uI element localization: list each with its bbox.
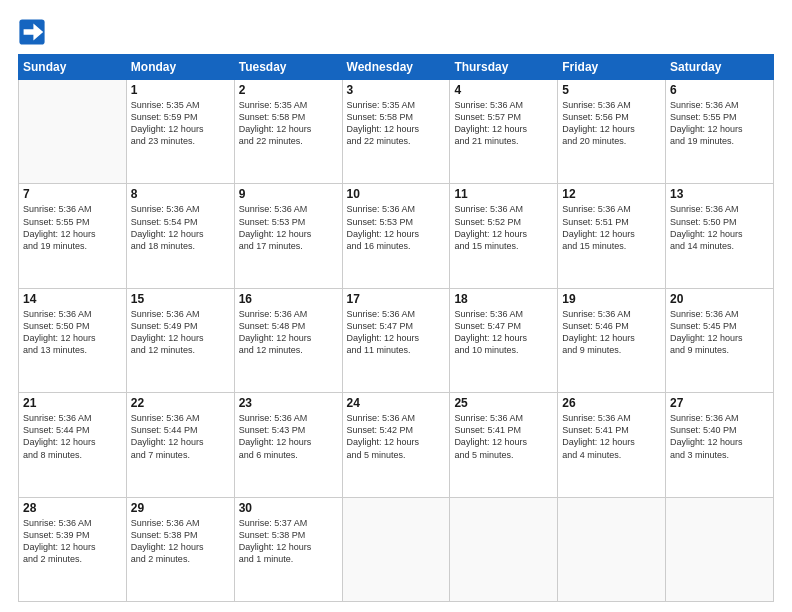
day-number: 1 (131, 83, 230, 97)
calendar-week-row: 1Sunrise: 5:35 AM Sunset: 5:59 PM Daylig… (19, 80, 774, 184)
day-number: 12 (562, 187, 661, 201)
day-number: 30 (239, 501, 338, 515)
col-monday: Monday (126, 55, 234, 80)
day-info: Sunrise: 5:36 AM Sunset: 5:38 PM Dayligh… (131, 517, 230, 566)
header (18, 18, 774, 46)
day-info: Sunrise: 5:36 AM Sunset: 5:43 PM Dayligh… (239, 412, 338, 461)
day-info: Sunrise: 5:36 AM Sunset: 5:51 PM Dayligh… (562, 203, 661, 252)
table-row: 16Sunrise: 5:36 AM Sunset: 5:48 PM Dayli… (234, 288, 342, 392)
day-number: 16 (239, 292, 338, 306)
table-row: 7Sunrise: 5:36 AM Sunset: 5:55 PM Daylig… (19, 184, 127, 288)
table-row: 28Sunrise: 5:36 AM Sunset: 5:39 PM Dayli… (19, 497, 127, 601)
calendar-header-row: Sunday Monday Tuesday Wednesday Thursday… (19, 55, 774, 80)
day-number: 24 (347, 396, 446, 410)
day-number: 15 (131, 292, 230, 306)
day-number: 13 (670, 187, 769, 201)
page: Sunday Monday Tuesday Wednesday Thursday… (0, 0, 792, 612)
day-info: Sunrise: 5:36 AM Sunset: 5:40 PM Dayligh… (670, 412, 769, 461)
table-row: 23Sunrise: 5:36 AM Sunset: 5:43 PM Dayli… (234, 393, 342, 497)
day-info: Sunrise: 5:36 AM Sunset: 5:47 PM Dayligh… (347, 308, 446, 357)
table-row: 25Sunrise: 5:36 AM Sunset: 5:41 PM Dayli… (450, 393, 558, 497)
table-row: 10Sunrise: 5:36 AM Sunset: 5:53 PM Dayli… (342, 184, 450, 288)
table-row: 4Sunrise: 5:36 AM Sunset: 5:57 PM Daylig… (450, 80, 558, 184)
table-row: 24Sunrise: 5:36 AM Sunset: 5:42 PM Dayli… (342, 393, 450, 497)
day-number: 25 (454, 396, 553, 410)
table-row: 30Sunrise: 5:37 AM Sunset: 5:38 PM Dayli… (234, 497, 342, 601)
day-info: Sunrise: 5:36 AM Sunset: 5:41 PM Dayligh… (454, 412, 553, 461)
day-number: 11 (454, 187, 553, 201)
table-row: 6Sunrise: 5:36 AM Sunset: 5:55 PM Daylig… (666, 80, 774, 184)
day-number: 26 (562, 396, 661, 410)
table-row: 13Sunrise: 5:36 AM Sunset: 5:50 PM Dayli… (666, 184, 774, 288)
col-thursday: Thursday (450, 55, 558, 80)
day-info: Sunrise: 5:36 AM Sunset: 5:57 PM Dayligh… (454, 99, 553, 148)
table-row: 3Sunrise: 5:35 AM Sunset: 5:58 PM Daylig… (342, 80, 450, 184)
day-info: Sunrise: 5:35 AM Sunset: 5:59 PM Dayligh… (131, 99, 230, 148)
day-info: Sunrise: 5:36 AM Sunset: 5:55 PM Dayligh… (23, 203, 122, 252)
table-row: 1Sunrise: 5:35 AM Sunset: 5:59 PM Daylig… (126, 80, 234, 184)
day-info: Sunrise: 5:35 AM Sunset: 5:58 PM Dayligh… (239, 99, 338, 148)
day-number: 27 (670, 396, 769, 410)
table-row: 19Sunrise: 5:36 AM Sunset: 5:46 PM Dayli… (558, 288, 666, 392)
day-number: 29 (131, 501, 230, 515)
day-info: Sunrise: 5:36 AM Sunset: 5:41 PM Dayligh… (562, 412, 661, 461)
day-number: 3 (347, 83, 446, 97)
day-info: Sunrise: 5:36 AM Sunset: 5:53 PM Dayligh… (239, 203, 338, 252)
table-row: 9Sunrise: 5:36 AM Sunset: 5:53 PM Daylig… (234, 184, 342, 288)
calendar-week-row: 14Sunrise: 5:36 AM Sunset: 5:50 PM Dayli… (19, 288, 774, 392)
day-info: Sunrise: 5:35 AM Sunset: 5:58 PM Dayligh… (347, 99, 446, 148)
table-row: 18Sunrise: 5:36 AM Sunset: 5:47 PM Dayli… (450, 288, 558, 392)
day-number: 20 (670, 292, 769, 306)
day-number: 2 (239, 83, 338, 97)
table-row (666, 497, 774, 601)
day-info: Sunrise: 5:36 AM Sunset: 5:42 PM Dayligh… (347, 412, 446, 461)
table-row: 14Sunrise: 5:36 AM Sunset: 5:50 PM Dayli… (19, 288, 127, 392)
day-info: Sunrise: 5:36 AM Sunset: 5:50 PM Dayligh… (23, 308, 122, 357)
table-row: 22Sunrise: 5:36 AM Sunset: 5:44 PM Dayli… (126, 393, 234, 497)
day-number: 9 (239, 187, 338, 201)
col-friday: Friday (558, 55, 666, 80)
day-info: Sunrise: 5:36 AM Sunset: 5:47 PM Dayligh… (454, 308, 553, 357)
day-info: Sunrise: 5:36 AM Sunset: 5:50 PM Dayligh… (670, 203, 769, 252)
table-row (342, 497, 450, 601)
table-row: 26Sunrise: 5:36 AM Sunset: 5:41 PM Dayli… (558, 393, 666, 497)
day-info: Sunrise: 5:36 AM Sunset: 5:46 PM Dayligh… (562, 308, 661, 357)
day-number: 4 (454, 83, 553, 97)
day-number: 23 (239, 396, 338, 410)
day-number: 22 (131, 396, 230, 410)
table-row (450, 497, 558, 601)
day-info: Sunrise: 5:36 AM Sunset: 5:55 PM Dayligh… (670, 99, 769, 148)
col-wednesday: Wednesday (342, 55, 450, 80)
col-saturday: Saturday (666, 55, 774, 80)
day-number: 10 (347, 187, 446, 201)
day-info: Sunrise: 5:36 AM Sunset: 5:44 PM Dayligh… (23, 412, 122, 461)
col-tuesday: Tuesday (234, 55, 342, 80)
day-info: Sunrise: 5:36 AM Sunset: 5:53 PM Dayligh… (347, 203, 446, 252)
calendar-week-row: 21Sunrise: 5:36 AM Sunset: 5:44 PM Dayli… (19, 393, 774, 497)
day-info: Sunrise: 5:36 AM Sunset: 5:48 PM Dayligh… (239, 308, 338, 357)
table-row: 29Sunrise: 5:36 AM Sunset: 5:38 PM Dayli… (126, 497, 234, 601)
day-info: Sunrise: 5:36 AM Sunset: 5:45 PM Dayligh… (670, 308, 769, 357)
table-row (558, 497, 666, 601)
day-info: Sunrise: 5:36 AM Sunset: 5:44 PM Dayligh… (131, 412, 230, 461)
day-number: 7 (23, 187, 122, 201)
table-row: 12Sunrise: 5:36 AM Sunset: 5:51 PM Dayli… (558, 184, 666, 288)
table-row: 2Sunrise: 5:35 AM Sunset: 5:58 PM Daylig… (234, 80, 342, 184)
day-info: Sunrise: 5:36 AM Sunset: 5:54 PM Dayligh… (131, 203, 230, 252)
table-row: 15Sunrise: 5:36 AM Sunset: 5:49 PM Dayli… (126, 288, 234, 392)
day-info: Sunrise: 5:36 AM Sunset: 5:52 PM Dayligh… (454, 203, 553, 252)
day-info: Sunrise: 5:36 AM Sunset: 5:56 PM Dayligh… (562, 99, 661, 148)
logo (18, 18, 50, 46)
table-row: 5Sunrise: 5:36 AM Sunset: 5:56 PM Daylig… (558, 80, 666, 184)
table-row: 8Sunrise: 5:36 AM Sunset: 5:54 PM Daylig… (126, 184, 234, 288)
table-row: 11Sunrise: 5:36 AM Sunset: 5:52 PM Dayli… (450, 184, 558, 288)
day-info: Sunrise: 5:36 AM Sunset: 5:49 PM Dayligh… (131, 308, 230, 357)
day-number: 28 (23, 501, 122, 515)
table-row: 21Sunrise: 5:36 AM Sunset: 5:44 PM Dayli… (19, 393, 127, 497)
col-sunday: Sunday (19, 55, 127, 80)
day-info: Sunrise: 5:37 AM Sunset: 5:38 PM Dayligh… (239, 517, 338, 566)
day-number: 19 (562, 292, 661, 306)
day-number: 21 (23, 396, 122, 410)
day-number: 6 (670, 83, 769, 97)
day-number: 14 (23, 292, 122, 306)
